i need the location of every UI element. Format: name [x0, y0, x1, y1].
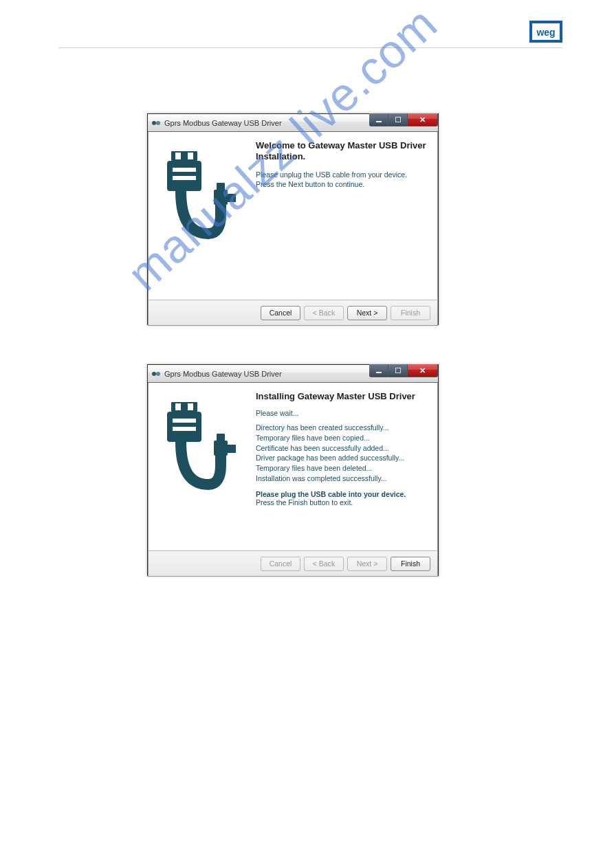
svg-rect-27	[173, 419, 196, 423]
app-icon	[151, 118, 162, 129]
dialog-heading: Installing Gateway Master USB Driver	[256, 391, 426, 402]
window-title: Gprs Modbus Gateway USB Driver	[164, 119, 282, 127]
svg-rect-24	[175, 403, 181, 410]
svg-rect-14	[173, 168, 196, 172]
weg-logo: weg	[529, 21, 562, 43]
svg-point-19	[152, 372, 156, 376]
svg-rect-30	[217, 434, 225, 442]
please-wait: Please wait...	[256, 409, 426, 417]
titlebar[interactable]: Gprs Modbus Gateway USB Driver ✕	[148, 114, 438, 132]
finish-button: Finish	[391, 306, 430, 320]
svg-rect-28	[173, 427, 196, 431]
svg-rect-29	[214, 441, 228, 456]
minimize-button[interactable]	[369, 364, 388, 377]
window-title: Gprs Modbus Gateway USB Driver	[164, 370, 282, 378]
svg-rect-15	[173, 176, 196, 180]
svg-point-20	[156, 372, 160, 376]
svg-rect-23	[171, 402, 197, 412]
close-button[interactable]: ✕	[408, 364, 438, 377]
dialog-heading: Welcome to Gateway Master USB Driver Ins…	[256, 140, 426, 163]
svg-rect-21	[376, 372, 382, 373]
maximize-button[interactable]	[388, 113, 408, 126]
minimize-button[interactable]	[369, 113, 388, 126]
press-finish-text: Press the Finish button to exit.	[256, 498, 426, 507]
close-button[interactable]: ✕	[408, 113, 438, 126]
back-button: < Back	[304, 557, 344, 571]
right-panel: Welcome to Gateway Master USB Driver Ins…	[250, 132, 437, 300]
svg-rect-22	[395, 368, 401, 373]
status-line: Temporary files have been deleted...	[256, 463, 426, 474]
svg-rect-12	[188, 153, 193, 159]
left-panel	[149, 132, 250, 300]
svg-rect-10	[171, 151, 197, 161]
svg-rect-18	[228, 194, 236, 202]
status-line: Certificate has been successfully added.…	[256, 443, 426, 454]
svg-rect-11	[175, 153, 181, 159]
svg-rect-9	[395, 117, 401, 122]
usb-plug-icon	[160, 402, 243, 501]
cancel-button[interactable]: Cancel	[261, 306, 300, 320]
left-panel	[149, 383, 250, 550]
status-line: Installation was completed successfully.…	[256, 474, 426, 484]
dialog-footer: Cancel < Back Next > Finish	[148, 550, 438, 577]
installer-dialog-progress: Gprs Modbus Gateway USB Driver ✕	[147, 364, 439, 576]
app-icon	[151, 368, 162, 379]
svg-rect-17	[217, 183, 225, 191]
svg-rect-31	[228, 445, 236, 453]
window-controls: ✕	[369, 113, 438, 126]
cancel-button: Cancel	[261, 557, 300, 571]
maximize-button[interactable]	[388, 364, 408, 377]
next-button: Next >	[347, 557, 387, 571]
svg-point-7	[156, 121, 160, 125]
svg-rect-3	[529, 21, 532, 43]
finish-button[interactable]: Finish	[391, 557, 430, 571]
dialog-instruction: Please unplug the USB cable from your de…	[256, 170, 426, 189]
svg-rect-8	[376, 121, 382, 122]
titlebar[interactable]: Gprs Modbus Gateway USB Driver ✕	[148, 365, 438, 383]
back-button: < Back	[304, 306, 344, 320]
next-button[interactable]: Next >	[347, 306, 387, 320]
installer-dialog-welcome: Gprs Modbus Gateway USB Driver ✕	[147, 113, 439, 325]
dialog-body: Welcome to Gateway Master USB Driver Ins…	[148, 132, 438, 300]
svg-rect-16	[214, 190, 228, 205]
svg-text:weg: weg	[536, 27, 555, 38]
svg-rect-2	[529, 40, 562, 43]
dialog-body: Installing Gateway Master USB Driver Ple…	[148, 383, 438, 550]
svg-point-6	[152, 121, 156, 125]
status-line: Temporary files have been copied...	[256, 433, 426, 443]
plug-instruction: Please plug the USB cable into your devi…	[256, 490, 426, 498]
status-line: Driver package has been added successful…	[256, 453, 426, 463]
svg-rect-1	[529, 21, 562, 23]
page-header: weg	[58, 21, 562, 48]
usb-plug-icon	[160, 151, 243, 250]
window-controls: ✕	[369, 364, 438, 377]
svg-rect-25	[188, 403, 193, 410]
status-line: Directory has been created successfully.…	[256, 423, 426, 433]
right-panel: Installing Gateway Master USB Driver Ple…	[250, 383, 437, 550]
dialog-footer: Cancel < Back Next > Finish	[148, 300, 438, 326]
svg-rect-4	[560, 21, 562, 43]
